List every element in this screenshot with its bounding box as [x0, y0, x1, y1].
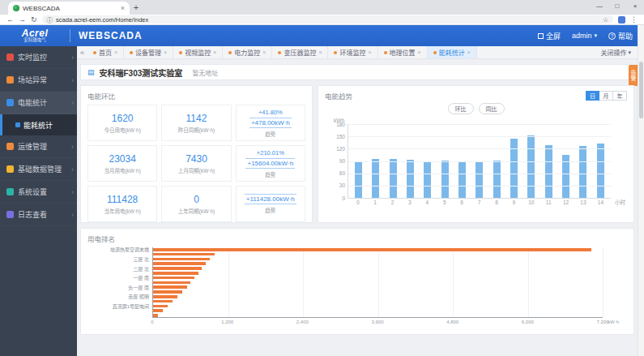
- monitor-icon: [6, 54, 14, 61]
- log-icon: [6, 211, 14, 218]
- ranking-bar: [153, 267, 202, 270]
- page-tab[interactable]: 地理位置×: [378, 46, 428, 58]
- reload-icon[interactable]: ↻: [31, 15, 37, 24]
- forward-icon[interactable]: →: [19, 15, 26, 24]
- scrollbar-track[interactable]: [638, 25, 644, 356]
- period-button-日[interactable]: 日: [586, 91, 599, 101]
- chevron-right-icon: ›: [71, 211, 74, 219]
- ranking-bar: [153, 309, 163, 312]
- x-tick-label: 4: [419, 199, 436, 205]
- sidebar-item[interactable]: 电能统计›: [0, 92, 77, 114]
- scrollbar-thumb[interactable]: [639, 62, 643, 118]
- sidebar-item[interactable]: 运维管理›: [0, 135, 77, 158]
- tab-close-icon[interactable]: ×: [418, 49, 421, 55]
- page-tab-label: 视频监控: [185, 48, 211, 57]
- help-label: 帮助: [618, 31, 633, 41]
- tab-close-icon[interactable]: ×: [121, 4, 125, 12]
- y-tick-label: 0: [326, 195, 345, 201]
- chevron-right-icon: ›: [71, 99, 74, 107]
- tab-close-icon[interactable]: ×: [467, 49, 471, 55]
- tab-close-icon[interactable]: ×: [114, 49, 117, 55]
- sidebar-item[interactable]: 基础数据管理›: [0, 158, 77, 181]
- stat-value: 111428: [107, 194, 138, 205]
- trend-cell: +210.01%+15604.00kW·h趋势: [236, 145, 305, 182]
- ranking-label: 负一层 南: [87, 284, 152, 291]
- compare-toggle-同比[interactable]: 同比: [479, 103, 505, 114]
- stat-value: 1142: [186, 113, 207, 124]
- chevron-right-icon: ›: [71, 143, 74, 151]
- sidebar-item-label: 场站异常: [18, 75, 67, 85]
- tab-dot-icon: [228, 51, 232, 54]
- alarm-side-tag[interactable]: 告警: [629, 65, 638, 86]
- tab-close-icon[interactable]: ×: [164, 49, 167, 55]
- back-icon[interactable]: ←: [6, 15, 14, 24]
- page-tab[interactable]: 设备管理×: [124, 46, 173, 58]
- profile-avatar[interactable]: [618, 16, 625, 24]
- period-button-月[interactable]: 月: [599, 91, 613, 101]
- ranking-bar: [153, 285, 187, 289]
- page-tab-label: 电力监控: [234, 48, 260, 57]
- page-tab-label: 环境监控: [339, 48, 365, 57]
- x-tick-label: 14: [592, 199, 609, 205]
- window-close-button[interactable]: ×: [626, 0, 644, 14]
- page-tab[interactable]: 视频监控×: [173, 46, 223, 58]
- sidebar-item-label: 日志查看: [18, 209, 67, 220]
- sidebar-item-label: 实时监控: [18, 52, 67, 62]
- x-tick-label: 6,000: [522, 320, 534, 324]
- new-tab-button[interactable]: +: [130, 2, 143, 15]
- logo-subtitle: 安科瑞电气: [0, 38, 70, 43]
- page-tab[interactable]: 首页×: [87, 46, 124, 58]
- stat-value: 0: [194, 194, 199, 205]
- page-tab[interactable]: 变压器监控×: [272, 46, 328, 58]
- page-tab[interactable]: 电力监控×: [223, 46, 272, 58]
- x-tick-label: 13: [574, 199, 591, 205]
- trend-bar: [510, 139, 518, 198]
- sidebar-subitem[interactable]: 能耗统计: [0, 114, 77, 135]
- close-operations-menu[interactable]: 关闭操作 ▾: [600, 48, 638, 57]
- user-menu[interactable]: admin ▾: [572, 32, 597, 40]
- period-segment: 日月年: [586, 91, 627, 101]
- info-icon[interactable]: ⓘ: [47, 15, 53, 24]
- browser-tabstrip: WEBSCADA × + — □ ×: [0, 0, 644, 15]
- tab-close-icon[interactable]: ×: [213, 49, 216, 55]
- sidebar-item[interactable]: 实时监控›: [0, 46, 77, 69]
- window-minimize-button[interactable]: —: [591, 0, 608, 14]
- trend-bar: [493, 161, 501, 198]
- tab-close-icon[interactable]: ×: [318, 49, 322, 55]
- x-tick-label: 11: [540, 199, 557, 205]
- page-tab-label: 设备管理: [135, 48, 161, 57]
- stat-label: 昨日同期(kW·h): [178, 126, 215, 134]
- x-tick-label: 7,200: [596, 320, 608, 324]
- trend-bar: [545, 145, 552, 198]
- power-ranking-title: 用电排名: [87, 234, 627, 243]
- page-tab[interactable]: 环境监控×: [328, 46, 377, 58]
- sidebar-item[interactable]: 日志查看›: [0, 204, 77, 226]
- window-controls: — □ ×: [591, 0, 644, 14]
- bookmark-star-icon[interactable]: ☆: [603, 16, 608, 24]
- ranking-x-unit: kW·h: [608, 320, 619, 324]
- ranking-bar: [153, 272, 198, 275]
- browser-tab[interactable]: WEBSCADA ×: [8, 2, 130, 15]
- window-maximize-button[interactable]: □: [608, 0, 626, 14]
- period-button-年[interactable]: 年: [613, 91, 627, 101]
- fullscreen-button[interactable]: 全屏: [538, 31, 561, 41]
- browser-menu-icon[interactable]: ⋮: [630, 15, 638, 24]
- tab-close-icon[interactable]: ×: [262, 49, 266, 55]
- sidebar-item-label: 系统设置: [18, 187, 67, 197]
- trend-bar: [476, 162, 483, 198]
- page-tab[interactable]: 能耗统计×: [428, 46, 477, 58]
- sidebar-collapse-button[interactable]: «: [77, 49, 87, 57]
- close-operations-label: 关闭操作: [600, 48, 626, 57]
- sidebar-item[interactable]: 场站异常›: [0, 69, 77, 92]
- database-icon: [6, 165, 14, 173]
- ranking-chart: 地源热泵空调末端三层 北二层 北一层 南负一层 南走廊 照明直流屏1号配电间: [87, 247, 627, 318]
- sidebar-item[interactable]: 系统设置›: [0, 181, 77, 204]
- tab-dot-icon: [130, 51, 133, 54]
- page-tab-label: 首页: [99, 48, 112, 57]
- address-bar[interactable]: ⓘ scada.acrel-eem.com/Home/Index ☆: [42, 15, 613, 24]
- help-button[interactable]: ? 帮助: [608, 31, 633, 41]
- building-icon: ▤: [87, 68, 95, 76]
- tab-close-icon[interactable]: ×: [368, 49, 371, 55]
- compare-toggle-环比[interactable]: 环比: [448, 103, 474, 114]
- tab-dot-icon: [433, 51, 437, 54]
